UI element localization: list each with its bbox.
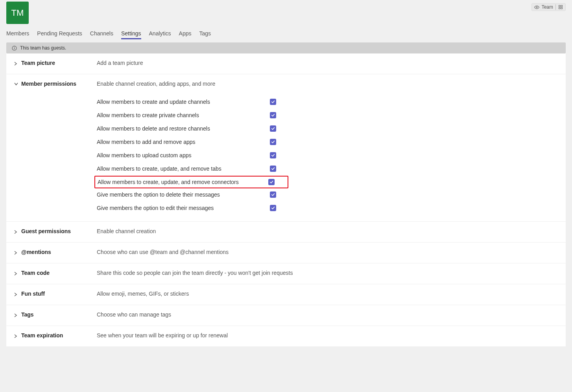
section-title: Team expiration	[21, 332, 63, 339]
permission-label: Give members the option to delete their …	[97, 191, 270, 198]
permissions-list: Allow members to create and update chann…	[97, 96, 558, 214]
permission-label: Allow members to add and remove apps	[97, 139, 270, 145]
tab-pending-requests[interactable]: Pending Requests	[37, 30, 82, 39]
caret-down-icon[interactable]	[14, 83, 17, 86]
tab-tags[interactable]: Tags	[199, 30, 211, 39]
team-visibility-badge[interactable]: Team	[531, 3, 566, 11]
section-title: Team code	[21, 270, 50, 276]
permission-row: Allow members to create, update, and rem…	[97, 162, 558, 175]
section-desc: Enable channel creation, adding apps, an…	[97, 81, 558, 87]
permission-row: Allow members to create, update, and rem…	[97, 179, 284, 185]
section-tags[interactable]: Tags Choose who can manage tags	[6, 305, 566, 326]
permission-label: Allow members to create, update, and rem…	[97, 179, 268, 185]
svg-rect-2	[561, 6, 563, 7]
caret-right-icon	[14, 293, 17, 296]
permission-checkbox[interactable]	[270, 125, 276, 132]
section-desc: Allow emoji, memes, GIFs, or stickers	[97, 291, 558, 297]
caret-right-icon	[14, 313, 17, 317]
permission-row: Give members the option to edit their me…	[97, 202, 558, 214]
section-desc: Share this code so people can join the t…	[97, 270, 558, 276]
permission-label: Allow members to create private channels	[97, 112, 270, 118]
permission-row: Allow members to create private channels	[97, 109, 558, 121]
section-desc: See when your team will be expiring or u…	[97, 332, 558, 339]
permission-checkbox[interactable]	[270, 99, 276, 105]
permission-checkbox[interactable]	[270, 166, 276, 172]
section-team-code[interactable]: Team code Share this code so people can …	[6, 263, 566, 284]
permission-row: Give members the option to delete their …	[97, 188, 558, 201]
permission-row: Allow members to upload custom apps	[97, 149, 558, 162]
divider	[555, 4, 556, 10]
permission-row: Allow members to add and remove apps	[97, 136, 558, 148]
permission-checkbox[interactable]	[270, 152, 276, 158]
permission-checkbox[interactable]	[270, 139, 276, 145]
section-title: @mentions	[21, 249, 51, 255]
caret-right-icon	[14, 230, 17, 234]
permission-row: Allow members to create and update chann…	[97, 96, 558, 108]
section-title: Tags	[21, 311, 34, 318]
tab-settings[interactable]: Settings	[121, 30, 141, 39]
team-badge-label: Team	[542, 4, 553, 10]
section-mentions[interactable]: @mentions Choose who can use @team and @…	[6, 242, 566, 263]
settings-panel: Team picture Add a team picture Member p…	[6, 53, 566, 346]
section-title: Fun stuff	[21, 291, 45, 297]
svg-rect-4	[561, 7, 563, 9]
guests-info-bar: This team has guests.	[6, 42, 566, 53]
permission-label: Allow members to create, update, and rem…	[97, 166, 270, 172]
section-team-picture[interactable]: Team picture Add a team picture	[6, 53, 566, 74]
section-title: Guest permissions	[21, 228, 71, 234]
permission-checkbox[interactable]	[270, 205, 276, 211]
permission-label: Allow members to upload custom apps	[97, 152, 270, 158]
permission-checkbox[interactable]	[270, 191, 276, 198]
section-team-expiration[interactable]: Team expiration See when your team will …	[6, 326, 566, 346]
tab-channels[interactable]: Channels	[90, 30, 113, 39]
svg-rect-1	[559, 6, 561, 7]
org-icon	[558, 5, 563, 9]
tab-analytics[interactable]: Analytics	[149, 30, 171, 39]
svg-rect-3	[559, 7, 561, 9]
permission-checkbox[interactable]	[268, 179, 275, 185]
section-desc: Choose who can use @team and @channel me…	[97, 249, 558, 255]
section-desc: Add a team picture	[97, 60, 558, 66]
section-title: Team picture	[21, 60, 55, 66]
team-avatar[interactable]: TM	[6, 2, 29, 24]
caret-right-icon	[14, 251, 17, 255]
info-bar-text: This team has guests.	[20, 45, 66, 51]
eye-icon	[534, 5, 539, 10]
section-desc: Choose who can manage tags	[97, 311, 558, 318]
section-guest-permissions[interactable]: Guest permissions Enable channel creatio…	[6, 221, 566, 242]
info-icon	[12, 46, 17, 51]
highlighted-permission: Allow members to create, update, and rem…	[94, 176, 288, 188]
caret-right-icon	[14, 62, 17, 66]
tab-members[interactable]: Members	[6, 30, 29, 39]
section-member-permissions: Member permissions Enable channel creati…	[6, 74, 566, 221]
tab-apps[interactable]: Apps	[179, 30, 192, 39]
svg-point-0	[536, 6, 537, 7]
permission-checkbox[interactable]	[270, 112, 276, 118]
svg-point-7	[14, 47, 15, 47]
section-title: Member permissions	[21, 81, 76, 87]
permission-label: Allow members to delete and restore chan…	[97, 125, 270, 132]
permission-label: Give members the option to edit their me…	[97, 205, 270, 211]
tab-bar: MembersPending RequestsChannelsSettingsA…	[6, 30, 566, 39]
permission-row: Allow members to delete and restore chan…	[97, 122, 558, 135]
permission-label: Allow members to create and update chann…	[97, 99, 270, 105]
caret-right-icon	[14, 272, 17, 276]
section-fun-stuff[interactable]: Fun stuff Allow emoji, memes, GIFs, or s…	[6, 284, 566, 305]
team-avatar-initials: TM	[11, 8, 24, 18]
section-desc: Enable channel creation	[97, 228, 558, 234]
caret-right-icon	[14, 334, 17, 338]
header-row: TM Team	[6, 2, 566, 30]
